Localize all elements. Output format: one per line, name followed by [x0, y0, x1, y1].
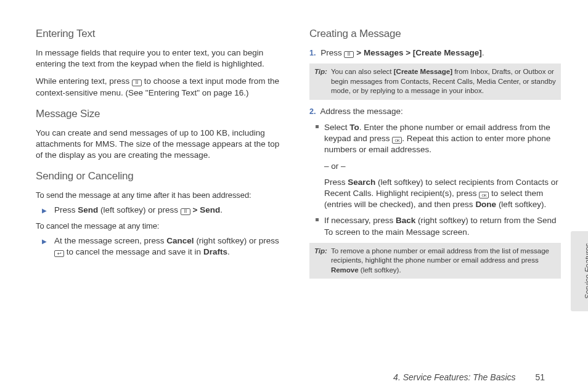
text: Address the message: — [320, 107, 402, 116]
sub-bullet-continue: Press Search (left softkey) to select re… — [309, 177, 561, 211]
text: (left softkey). — [496, 200, 546, 209]
menu-key-icon — [344, 51, 354, 58]
heading-entering-text: Entering Text — [36, 27, 287, 41]
text: . — [482, 48, 484, 57]
section-tab-label: Service Features — [584, 234, 588, 308]
text: to cancel the message and save it in — [64, 247, 203, 256]
text: (right softkey) or press — [194, 236, 279, 245]
text: . — [227, 247, 230, 256]
text: . — [220, 205, 223, 214]
para: While entering text, press to choose a t… — [36, 76, 287, 98]
step-number: 1. — [309, 49, 316, 57]
text: Press — [54, 205, 78, 214]
text: (left softkey) or press — [98, 205, 181, 214]
bold-drafts: Drafts — [203, 247, 227, 256]
left-column: Entering Text In message fields that req… — [36, 27, 287, 380]
or-separator: – or – — [309, 161, 561, 172]
back-key-icon — [54, 250, 64, 257]
text: Press — [324, 178, 348, 187]
text: While entering text, press — [36, 76, 132, 86]
tip-box: Tip: You can also select [Create Message… — [309, 63, 561, 100]
triangle-bullet-icon: ▶ — [42, 237, 47, 246]
section-tab: Service Features — [571, 231, 588, 311]
heading-creating-message: Creating a Message — [309, 27, 561, 41]
bold-send: Send — [78, 205, 98, 214]
heading-sending-canceling: Sending or Canceling — [36, 169, 287, 184]
footer-page-number: 51 — [535, 372, 545, 382]
tip-body: To remove a phone number or email addres… — [331, 247, 556, 276]
text: Select — [324, 123, 349, 132]
bold-remove: Remove — [331, 266, 359, 274]
bold-to: To — [349, 123, 359, 132]
chevron-icon: > — [406, 48, 410, 57]
menu-key-icon — [132, 80, 142, 86]
action-item: ▶ Press Send (left softkey) or press > S… — [36, 205, 287, 216]
bold-messages: Messages — [364, 48, 404, 57]
square-bullet-icon — [316, 125, 319, 128]
text: At the message screen, press — [54, 236, 166, 245]
bold-search: Search — [348, 178, 375, 187]
step-item: 2. Address the message: — [309, 106, 561, 117]
tip-body: You can also select [Create Message] fro… — [331, 67, 556, 96]
bold-back: Back — [396, 216, 415, 225]
steps-list: 2. Address the message: — [309, 106, 561, 117]
ok-key-icon — [479, 192, 489, 198]
bold-cancel: Cancel — [166, 236, 194, 245]
step-item: 1. Press > Messages > [Create Message]. — [309, 47, 561, 59]
intro-text: To send the message at any time after it… — [36, 190, 287, 201]
text: (left softkey). — [359, 266, 401, 274]
tip-label: Tip: — [314, 67, 327, 96]
tip-label: Tip: — [314, 247, 327, 276]
page-footer: 4. Service Features: The Basics 51 — [393, 372, 545, 382]
bold-create-message: [Create Message] — [413, 48, 482, 57]
bold-send: Send — [200, 205, 220, 214]
bold-done: Done — [475, 200, 496, 209]
sub-bullet: Select To. Enter the phone number or ema… — [309, 122, 561, 156]
right-column: Creating a Message 1. Press > Messages >… — [309, 27, 561, 380]
text: To remove a phone number or email addres… — [331, 247, 549, 264]
text: Press — [321, 48, 344, 57]
chevron-icon: > — [193, 205, 198, 214]
heading-message-size: Message Size — [36, 107, 287, 121]
step-number: 2. — [309, 107, 316, 116]
bold-create-message: [Create Message] — [394, 68, 452, 75]
chevron-icon: > — [356, 48, 361, 57]
action-item: ▶ At the message screen, press Cancel (r… — [36, 235, 287, 258]
intro-text: To cancel the message at any time: — [36, 221, 287, 232]
steps-list: 1. Press > Messages > [Create Message]. — [309, 47, 561, 59]
para: In message fields that require you to en… — [36, 47, 287, 70]
tip-box: Tip: To remove a phone number or email a… — [309, 243, 561, 279]
sub-bullet: If necessary, press Back (right softkey)… — [309, 215, 561, 237]
triangle-bullet-icon: ▶ — [42, 206, 47, 215]
square-bullet-icon — [316, 218, 319, 221]
para: You can create and send messages of up t… — [36, 128, 287, 161]
text: You can also select — [331, 68, 394, 75]
footer-chapter: 4. Service Features: The Basics — [393, 372, 515, 382]
page-content: Entering Text In message fields that req… — [0, 0, 588, 392]
menu-key-icon — [181, 208, 190, 215]
ok-key-icon — [392, 137, 402, 144]
text: If necessary, press — [324, 216, 396, 225]
